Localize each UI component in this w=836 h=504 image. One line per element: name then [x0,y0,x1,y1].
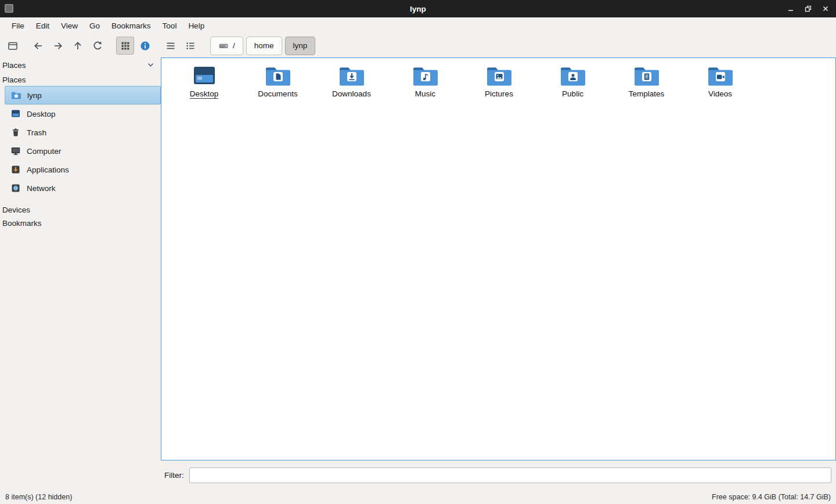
file-item-public[interactable]: Public [536,63,610,106]
file-item-music[interactable]: Music [388,63,462,106]
downloads-folder-icon [338,63,365,87]
refresh-icon [92,40,103,52]
filter-input[interactable] [189,467,831,483]
menu-item-view[interactable]: View [55,19,84,33]
file-item-templates[interactable]: Templates [610,63,683,106]
computer-icon [10,146,21,156]
sidebar-item-label: lynp [27,91,42,100]
sidebar-item-label: Trash [27,128,46,137]
sidebar-section-bookmarks[interactable]: Bookmarks [0,217,161,230]
icon-view-button[interactable] [116,37,134,55]
file-label: Downloads [332,89,371,98]
detailed-list-view-button[interactable] [181,37,199,55]
menu-item-go[interactable]: Go [84,19,106,33]
sidebar-panel-selector[interactable]: Places [0,57,161,73]
file-manager-window: lynp File Edit View Go Bookmarks Tool He… [0,0,836,504]
filter-bar: Filter: [161,460,836,490]
sidebar-item-computer[interactable]: Computer [5,142,161,160]
applications-icon [10,164,21,175]
videos-folder-icon [707,63,734,87]
sidebar-item-trash[interactable]: Trash [5,123,161,142]
info-button[interactable] [136,37,154,55]
chevron-down-icon [147,63,154,67]
file-item-desktop[interactable]: Desktop [167,63,241,106]
trash-icon [10,127,21,138]
minimize-icon [786,4,795,13]
file-label: Music [415,89,435,98]
menu-item-file[interactable]: File [6,19,30,33]
window-body: Places Places lynp [0,57,836,490]
places-group-label: Places [0,73,161,86]
sidebar-section-devices[interactable]: Devices [0,203,161,217]
path-segment-lynp[interactable]: lynp [285,37,316,55]
file-view[interactable]: Desktop Documents [161,57,836,460]
status-free-space: Free space: 9.4 GiB (Total: 14.7 GiB) [712,493,831,501]
info-icon [139,40,151,52]
file-label: Public [562,89,583,98]
forward-button[interactable] [49,37,67,55]
app-icon [5,4,13,13]
window-controls [784,0,833,17]
menu-item-edit[interactable]: Edit [30,19,55,33]
file-item-videos[interactable]: Videos [683,63,757,106]
toolbar: / home lynp [0,34,836,57]
path-segment-home[interactable]: home [246,37,282,55]
sidebar-item-label: Network [27,184,56,193]
home-folder-icon [11,90,21,100]
menu-item-tool[interactable]: Tool [157,19,183,33]
refresh-button[interactable] [88,37,106,55]
menu-item-help[interactable]: Help [182,19,210,33]
sidebar: Places Places lynp [0,57,161,490]
restore-icon [803,4,813,13]
pictures-folder-icon [486,63,513,87]
status-bar: 8 item(s) (12 hidden) Free space: 9.4 Gi… [0,490,836,504]
path-root-label: / [233,41,235,50]
up-icon [72,40,84,52]
up-button[interactable] [69,37,87,55]
file-label: Videos [708,89,732,98]
menu-item-bookmarks[interactable]: Bookmarks [106,19,157,33]
desktop-icon [10,109,21,119]
back-button[interactable] [29,37,47,55]
file-label: Documents [258,89,297,98]
window-title: lynp [410,5,426,13]
music-folder-icon [412,63,439,87]
desktop-folder-icon [191,63,218,87]
list-view-icon [185,40,196,52]
file-label: Pictures [485,89,513,98]
menu-button[interactable] [161,37,179,55]
file-item-downloads[interactable]: Downloads [315,63,388,106]
main-column: Desktop Documents [161,57,836,490]
new-window-icon [7,40,19,52]
status-item-count: 8 item(s) (12 hidden) [5,493,72,501]
minimize-button[interactable] [784,2,798,16]
network-icon [10,183,21,193]
sidebar-item-label: Applications [27,165,69,174]
public-folder-icon [560,63,586,87]
file-label: Templates [629,89,665,98]
close-button[interactable] [819,2,833,16]
restore-button[interactable] [801,2,815,16]
hamburger-menu-icon [165,40,176,52]
file-item-documents[interactable]: Documents [241,63,315,106]
sidebar-panel-label: Places [2,61,26,70]
drive-icon [218,41,229,51]
sidebar-item-lynp[interactable]: lynp [5,86,161,105]
new-window-button[interactable] [3,37,21,55]
path-bar: / home lynp [210,37,318,55]
filter-label: Filter: [164,471,184,480]
sidebar-item-network[interactable]: Network [5,179,161,197]
file-label: Desktop [190,89,219,99]
menubar: File Edit View Go Bookmarks Tool Help [0,17,836,34]
close-icon [821,4,830,13]
sidebar-item-label: Computer [27,147,61,156]
back-icon [33,40,44,52]
path-root-button[interactable]: / [210,37,243,55]
titlebar: lynp [0,0,836,17]
sidebar-item-label: Desktop [27,110,56,118]
forward-icon [52,40,64,52]
sidebar-item-desktop[interactable]: Desktop [5,105,161,123]
sidebar-sections: Devices Bookmarks [0,203,161,230]
sidebar-item-applications[interactable]: Applications [5,160,161,179]
file-item-pictures[interactable]: Pictures [462,63,536,106]
